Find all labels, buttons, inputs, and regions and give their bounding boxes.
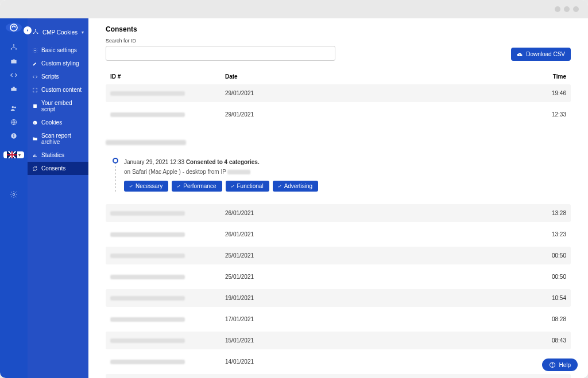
table-row[interactable]: 29/01/202119:46 [106, 84, 571, 102]
sidebar-item-scan-report-archive[interactable]: Scan report archive [28, 129, 88, 149]
sidebar-item-custom-content[interactable]: Custom content [28, 83, 88, 96]
row-date: 29/01/2021 [185, 111, 532, 118]
sidebar-item-custom-styling[interactable]: Custom styling [28, 57, 88, 70]
table-row[interactable]: 25/01/202100:50 [106, 268, 571, 286]
sidebar-item-label: Cookies [41, 119, 62, 126]
redacted-id [110, 232, 185, 237]
toolbox-icon[interactable] [9, 85, 19, 93]
sidebar-item-statistics[interactable]: Statistics [28, 149, 88, 162]
row-date: 14/01/2021 [185, 358, 532, 365]
table-row[interactable]: 19/01/202110:54 [106, 289, 571, 307]
redacted-id [110, 317, 185, 322]
table-row[interactable]: 26/01/202113:23 [106, 225, 571, 243]
page-title: Consents [106, 25, 571, 33]
row-time: 19:46 [532, 90, 566, 96]
table-row[interactable]: 14/01/202117:31 [106, 374, 571, 378]
search-input[interactable] [106, 46, 335, 61]
svg-point-20 [35, 123, 36, 123]
redacted-id [110, 275, 185, 279]
info-icon[interactable] [9, 132, 19, 140]
row-time: 08:28 [532, 316, 566, 322]
gear-icon[interactable] [9, 190, 19, 198]
row-time: 08:43 [532, 337, 566, 344]
svg-point-21 [34, 123, 35, 123]
redacted-ip [227, 170, 250, 174]
chevron-down-icon: ▾ [18, 153, 21, 158]
sidebar-item-your-embed-script[interactable]: Your embed script [28, 96, 88, 116]
row-time: 12:33 [532, 111, 566, 118]
window-dot [555, 6, 560, 12]
svg-rect-10 [13, 135, 14, 138]
row-date: 26/01/2021 [185, 231, 532, 237]
refresh-icon [32, 166, 38, 172]
svg-point-18 [33, 120, 37, 124]
sidebar-item-cookies[interactable]: Cookies [28, 116, 88, 129]
svg-rect-24 [36, 155, 36, 157]
svg-point-16 [34, 49, 36, 50]
sidebar-item-label: Scripts [41, 73, 59, 80]
tree-icon [32, 29, 39, 36]
tree-icon[interactable] [9, 44, 19, 52]
svg-point-15 [37, 33, 38, 34]
language-selector[interactable]: ▾ [3, 151, 24, 158]
table-row[interactable]: 26/01/202113:28 [106, 204, 571, 222]
svg-point-6 [12, 106, 14, 108]
sidebar: CMP Cookies ▾ Basic settingsCustom styli… [28, 18, 88, 378]
col-date: Date [225, 73, 532, 80]
icon-rail: ▾ [0, 18, 28, 378]
check-icon [277, 184, 282, 189]
cookie-icon [32, 120, 38, 126]
row-time: 13:23 [532, 231, 566, 237]
product-selector-label: CMP Cookies [42, 29, 78, 36]
download-label: Download CSV [526, 51, 565, 57]
download-csv-button[interactable]: Download CSV [511, 48, 571, 61]
svg-point-7 [14, 107, 16, 108]
sidebar-item-consents[interactable]: Consents [28, 162, 88, 175]
expand-icon [32, 87, 38, 93]
help-icon [549, 361, 556, 368]
briefcase-icon[interactable] [9, 57, 19, 65]
table-row[interactable]: 15/01/202108:43 [106, 332, 571, 349]
table-row[interactable]: 17/01/202108:28 [106, 310, 571, 328]
detail-context: on Safari (Mac Apple ) - desktop from IP [124, 169, 318, 175]
svg-rect-17 [33, 104, 37, 108]
help-button[interactable]: Help [542, 358, 578, 371]
table-row[interactable]: 29/01/202112:33 [106, 106, 571, 123]
box-icon [32, 103, 38, 109]
sidebar-item-scripts[interactable]: Scripts [28, 70, 88, 83]
window-titlebar [0, 0, 588, 18]
globe-icon[interactable] [9, 118, 19, 126]
consent-chip-functional: Functional [226, 181, 269, 192]
app-logo[interactable] [6, 23, 22, 32]
main-content: Consents Search for ID Download CSV ID #… [88, 18, 588, 378]
row-time: 13:28 [532, 210, 566, 216]
svg-point-13 [35, 29, 36, 30]
flag-uk-icon [7, 151, 17, 158]
sidebar-item-basic-settings[interactable]: Basic settings [28, 44, 88, 57]
row-time: 10:54 [532, 295, 566, 301]
consent-chip-advertising: Advertising [273, 181, 318, 192]
product-selector[interactable]: CMP Cookies ▾ [28, 24, 88, 44]
row-time: 00:50 [532, 252, 566, 259]
sidebar-item-label: Scan report archive [41, 133, 84, 145]
code-icon[interactable] [9, 71, 19, 79]
help-label: Help [559, 362, 571, 368]
users-icon[interactable] [9, 104, 19, 112]
svg-point-1 [13, 44, 14, 45]
window-dot [564, 6, 570, 12]
sidebar-item-label: Basic settings [41, 47, 77, 53]
redacted-id [110, 338, 185, 343]
table-row[interactable]: 14/01/202117:37 [106, 353, 571, 371]
row-date: 26/01/2021 [185, 210, 532, 216]
timeline-marker [115, 159, 116, 192]
check-icon [230, 184, 235, 189]
svg-rect-4 [11, 88, 16, 91]
code-icon [32, 74, 38, 80]
sidebar-item-label: Your embed script [41, 100, 84, 112]
table-row[interactable]: 25/01/202100:50 [106, 247, 571, 264]
collapse-sidebar-button[interactable] [24, 26, 32, 34]
row-date: 15/01/2021 [185, 337, 532, 344]
svg-rect-22 [33, 155, 34, 157]
redacted-id [106, 140, 186, 145]
chevron-down-icon: ▾ [82, 30, 84, 35]
